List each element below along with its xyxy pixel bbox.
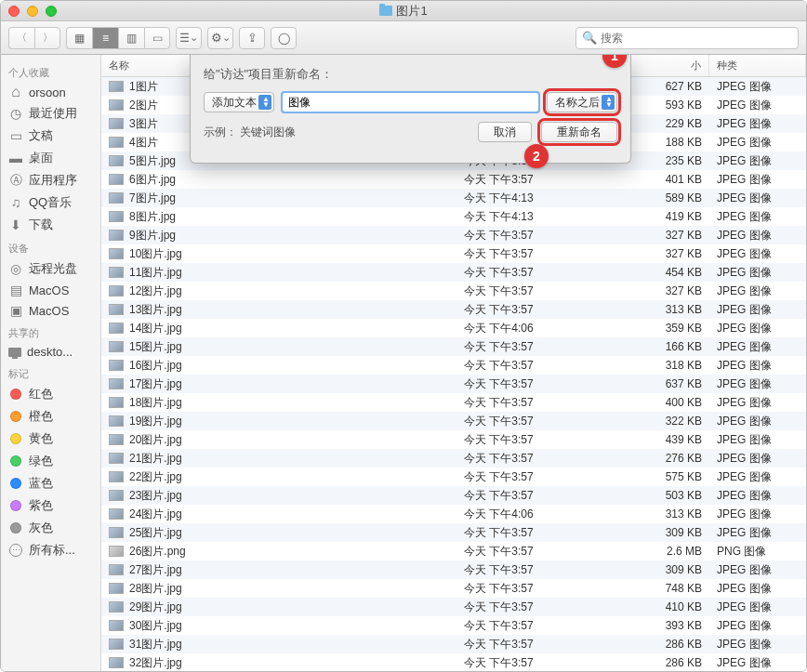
sidebar-item-label: MacOS bbox=[29, 304, 69, 318]
sidebar: 个人收藏orsoon最近使用文稿桌面应用程序QQ音乐下载设备远程光盘MacOSM… bbox=[1, 55, 101, 671]
dialog-title: 给"访达"项目重新命名： bbox=[204, 66, 617, 83]
mode-select[interactable]: 添加文本 ▲▼ bbox=[204, 92, 274, 112]
table-row[interactable]: 12图片.jpg今天 下午3:57327 KBJPEG 图像 bbox=[101, 282, 806, 300]
list-body[interactable]: 1图片627 KBJPEG 图像2图片593 KBJPEG 图像3图片229 K… bbox=[101, 77, 806, 671]
sidebar-item-label: 最近使用 bbox=[29, 105, 77, 122]
sidebar-item[interactable]: 黄色 bbox=[1, 428, 100, 450]
table-row[interactable]: 6图片.jpg今天 下午3:57401 KBJPEG 图像 bbox=[101, 170, 806, 189]
cell-kind: JPEG 图像 bbox=[709, 562, 806, 578]
minimize-button[interactable] bbox=[27, 6, 38, 17]
cell-size: 286 KB bbox=[613, 638, 709, 651]
sidebar-item[interactable]: MacOS bbox=[1, 300, 100, 321]
cell-date: 今天 下午3:57 bbox=[456, 228, 613, 244]
sidebar-item[interactable]: orsoon bbox=[1, 82, 100, 102]
table-row[interactable]: 26图片.png今天 下午3:572.6 MBPNG 图像 bbox=[101, 542, 806, 560]
table-row[interactable]: 9图片.jpg今天 下午3:57327 KBJPEG 图像 bbox=[101, 226, 806, 244]
file-thumb-icon bbox=[109, 192, 124, 204]
sidebar-item[interactable]: 桌面 bbox=[1, 147, 100, 169]
table-row[interactable]: 20图片.jpg今天 下午3:57439 KBJPEG 图像 bbox=[101, 430, 806, 449]
sidebar-item[interactable]: 下载 bbox=[1, 214, 100, 236]
sidebar-item[interactable]: 文稿 bbox=[1, 125, 100, 147]
zoom-button[interactable] bbox=[46, 6, 57, 17]
cell-kind: JPEG 图像 bbox=[709, 451, 806, 467]
file-thumb-icon bbox=[109, 341, 124, 352]
table-row[interactable]: 11图片.jpg今天 下午3:57454 KBJPEG 图像 bbox=[101, 263, 806, 282]
column-kind[interactable]: 种类 bbox=[709, 55, 806, 76]
cell-kind: JPEG 图像 bbox=[709, 358, 806, 374]
cancel-button[interactable]: 取消 bbox=[478, 122, 532, 142]
view-gallery-button[interactable]: ▭ bbox=[144, 27, 170, 49]
table-row[interactable]: 32图片.jpg今天 下午3:57286 KBJPEG 图像 bbox=[101, 653, 806, 671]
sidebar-section-header: 个人收藏 bbox=[1, 60, 100, 82]
table-row[interactable]: 19图片.jpg今天 下午3:57322 KBJPEG 图像 bbox=[101, 412, 806, 430]
sidebar-item[interactable]: 紫色 bbox=[1, 494, 100, 517]
sidebar-item[interactable]: 最近使用 bbox=[1, 102, 100, 125]
table-row[interactable]: 31图片.jpg今天 下午3:57286 KBJPEG 图像 bbox=[101, 635, 806, 653]
view-column-button[interactable]: ▥ bbox=[118, 27, 144, 49]
rename-text-input[interactable] bbox=[282, 92, 539, 112]
window-title-text: 图片1 bbox=[396, 3, 427, 20]
view-icon-button[interactable]: ▦ bbox=[66, 27, 92, 49]
table-row[interactable]: 21图片.jpg今天 下午3:57276 KBJPEG 图像 bbox=[101, 449, 806, 468]
table-row[interactable]: 30图片.jpg今天 下午3:57393 KBJPEG 图像 bbox=[101, 616, 806, 635]
traffic-lights bbox=[8, 6, 57, 17]
table-row[interactable]: 29图片.jpg今天 下午3:57410 KBJPEG 图像 bbox=[101, 598, 806, 616]
action-button[interactable]: ⚙ ⌄ bbox=[207, 27, 233, 49]
share-button[interactable]: ⇪ bbox=[239, 27, 265, 49]
sidebar-item[interactable]: 橙色 bbox=[1, 405, 100, 428]
sidebar-item[interactable]: ⋯所有标... bbox=[1, 539, 100, 561]
cell-kind: JPEG 图像 bbox=[709, 246, 806, 262]
table-row[interactable]: 24图片.jpg今天 下午4:06313 KBJPEG 图像 bbox=[101, 505, 806, 523]
arrange-button[interactable]: ☰ ⌄ bbox=[176, 27, 202, 49]
file-thumb-icon bbox=[109, 434, 124, 445]
cell-size: 327 KB bbox=[613, 229, 709, 242]
file-name: 17图片.jpg bbox=[129, 376, 182, 392]
table-row[interactable]: 17图片.jpg今天 下午3:57637 KBJPEG 图像 bbox=[101, 375, 806, 393]
table-row[interactable]: 7图片.jpg今天 下午4:13589 KBJPEG 图像 bbox=[101, 189, 806, 207]
table-row[interactable]: 22图片.jpg今天 下午3:57575 KBJPEG 图像 bbox=[101, 468, 806, 486]
table-row[interactable]: 13图片.jpg今天 下午3:57313 KBJPEG 图像 bbox=[101, 300, 806, 319]
sidebar-item[interactable]: MacOS bbox=[1, 280, 100, 300]
sidebar-item[interactable]: 绿色 bbox=[1, 450, 100, 472]
forward-button[interactable]: 〉 bbox=[34, 27, 60, 49]
table-row[interactable]: 28图片.jpg今天 下午3:57748 KBJPEG 图像 bbox=[101, 579, 806, 598]
table-row[interactable]: 23图片.jpg今天 下午3:57503 KBJPEG 图像 bbox=[101, 486, 806, 505]
rename-button[interactable]: 重新命名 bbox=[541, 122, 617, 142]
doc-icon bbox=[8, 128, 23, 143]
cell-date: 今天 下午3:57 bbox=[456, 525, 613, 541]
tags-button[interactable]: ◯ bbox=[271, 27, 297, 49]
table-row[interactable]: 16图片.jpg今天 下午3:57318 KBJPEG 图像 bbox=[101, 356, 806, 375]
cell-size: 286 KB bbox=[613, 656, 709, 669]
table-row[interactable]: 27图片.jpg今天 下午3:57309 KBJPEG 图像 bbox=[101, 560, 806, 579]
table-row[interactable]: 18图片.jpg今天 下午3:57400 KBJPEG 图像 bbox=[101, 393, 806, 412]
cell-date: 今天 下午4:06 bbox=[456, 321, 613, 336]
back-button[interactable]: 〈 bbox=[8, 27, 34, 49]
sidebar-item[interactable]: 灰色 bbox=[1, 517, 100, 539]
table-row[interactable]: 15图片.jpg今天 下午3:57166 KBJPEG 图像 bbox=[101, 337, 806, 356]
cell-size: 748 KB bbox=[613, 582, 709, 595]
position-select[interactable]: 名称之后 ▲▼ bbox=[547, 92, 617, 112]
sidebar-item[interactable]: QQ音乐 bbox=[1, 191, 100, 214]
table-row[interactable]: 25图片.jpg今天 下午3:57309 KBJPEG 图像 bbox=[101, 523, 806, 542]
sidebar-item[interactable]: 远程光盘 bbox=[1, 257, 100, 280]
file-name: 1图片 bbox=[129, 79, 158, 95]
sidebar-item[interactable]: 蓝色 bbox=[1, 472, 100, 494]
table-row[interactable]: 10图片.jpg今天 下午3:57327 KBJPEG 图像 bbox=[101, 244, 806, 263]
sidebar-item[interactable]: 红色 bbox=[1, 383, 100, 405]
sidebar-item[interactable]: 应用程序 bbox=[1, 169, 100, 191]
sidebar-item[interactable]: deskto... bbox=[1, 342, 100, 362]
sidebar-item-label: 远程光盘 bbox=[29, 260, 77, 277]
search-input[interactable] bbox=[601, 32, 792, 45]
close-button[interactable] bbox=[8, 6, 20, 17]
table-row[interactable]: 8图片.jpg今天 下午4:13419 KBJPEG 图像 bbox=[101, 207, 806, 226]
view-list-button[interactable]: ≡ bbox=[92, 27, 118, 49]
sidebar-item-label: 灰色 bbox=[29, 520, 53, 536]
cell-date: 今天 下午3:57 bbox=[456, 488, 613, 504]
file-thumb-icon bbox=[109, 155, 124, 166]
search-field[interactable]: 🔍 bbox=[575, 27, 799, 49]
sidebar-item-label: 应用程序 bbox=[29, 172, 77, 189]
file-thumb-icon bbox=[109, 99, 124, 111]
table-row[interactable]: 14图片.jpg今天 下午4:06359 KBJPEG 图像 bbox=[101, 319, 806, 337]
cell-date: 今天 下午3:57 bbox=[456, 637, 613, 652]
cell-kind: JPEG 图像 bbox=[709, 283, 806, 299]
